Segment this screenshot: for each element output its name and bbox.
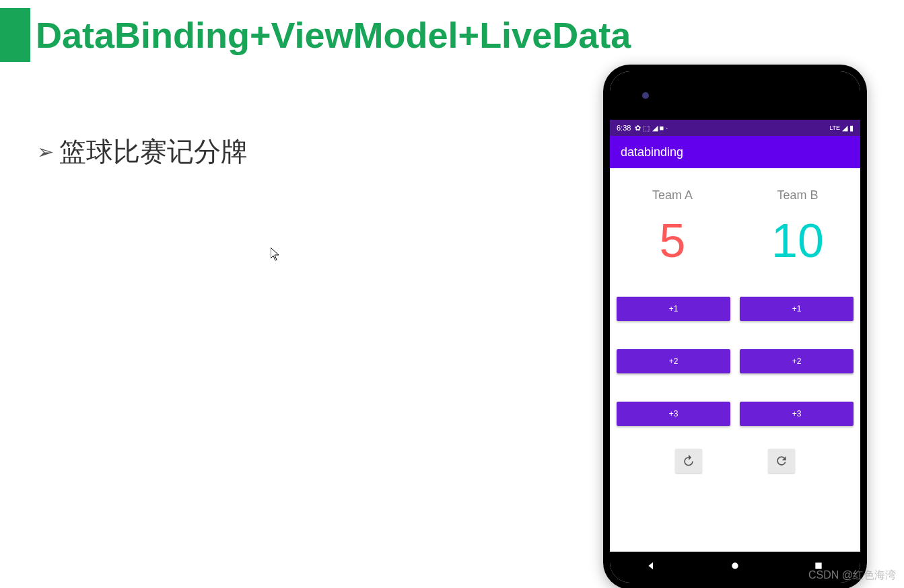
bullet-arrow-icon: ➢ bbox=[37, 140, 54, 163]
signal-icon: ◢ bbox=[842, 124, 847, 133]
team-b-label: Team B bbox=[735, 188, 860, 203]
battery-icon: ▮ bbox=[849, 124, 854, 133]
team-a-score: 5 bbox=[610, 217, 735, 264]
bullet-item: ➢ 篮球比赛记分牌 bbox=[37, 133, 248, 170]
status-icons: ✿ ⬚ ◢ ■ · bbox=[635, 124, 668, 133]
app-title: databinding bbox=[621, 145, 683, 159]
phone-speaker bbox=[610, 71, 860, 120]
phone-mockup: 6:38 ✿ ⬚ ◢ ■ · LTE ◢ ▮ databinding Team … bbox=[603, 65, 867, 588]
team-a-label: Team A bbox=[610, 188, 735, 203]
team-b-column: Team B 10 bbox=[735, 188, 860, 264]
bullet-text: 篮球比赛记分牌 bbox=[59, 133, 248, 170]
status-bar: 6:38 ✿ ⬚ ◢ ■ · LTE ◢ ▮ bbox=[610, 120, 860, 136]
svg-point-0 bbox=[732, 562, 738, 568]
slide-title: DataBinding+ViewModel+LiveData bbox=[36, 14, 631, 56]
watermark: CSDN @红色海湾 bbox=[808, 568, 896, 583]
team-b-score: 10 bbox=[735, 217, 860, 264]
nav-home-icon[interactable] bbox=[730, 560, 740, 574]
team-b-plus1-button[interactable]: +1 bbox=[740, 297, 854, 321]
mouse-cursor-icon bbox=[271, 248, 280, 264]
team-a-plus1-button[interactable]: +1 bbox=[617, 297, 730, 321]
undo-button[interactable] bbox=[675, 449, 702, 473]
team-a-column: Team A 5 bbox=[610, 188, 735, 264]
team-b-plus2-button[interactable]: +2 bbox=[740, 349, 854, 373]
team-b-plus3-button[interactable]: +3 bbox=[740, 402, 854, 426]
team-a-plus3-button[interactable]: +3 bbox=[617, 402, 730, 426]
undo-icon bbox=[682, 454, 695, 468]
title-accent-block bbox=[0, 8, 30, 62]
status-time: 6:38 bbox=[617, 124, 631, 132]
refresh-button[interactable] bbox=[768, 449, 795, 473]
status-signal: LTE bbox=[829, 124, 840, 131]
refresh-icon bbox=[775, 454, 788, 468]
app-bar: databinding bbox=[610, 136, 860, 168]
team-a-plus2-button[interactable]: +2 bbox=[617, 349, 730, 373]
nav-back-icon[interactable] bbox=[646, 560, 657, 574]
slide-header: DataBinding+ViewModel+LiveData bbox=[0, 0, 904, 62]
